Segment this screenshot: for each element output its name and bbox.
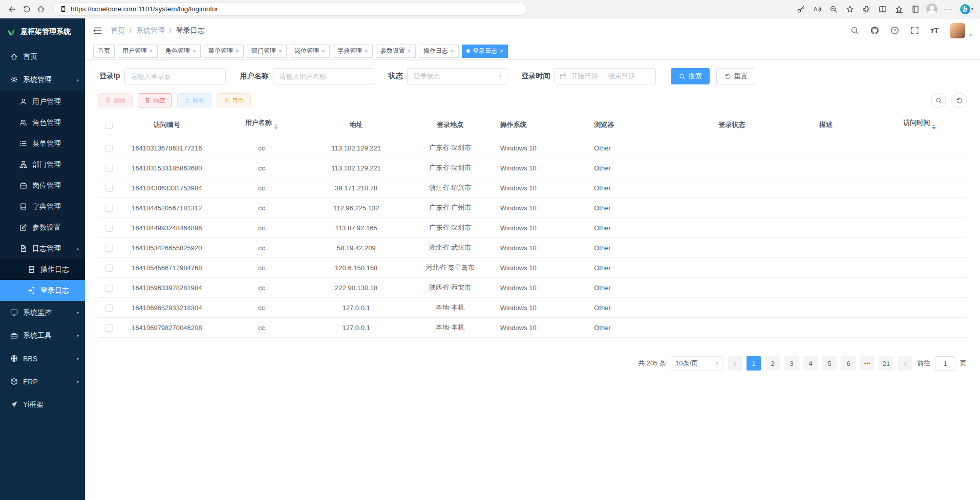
site-info-icon[interactable]	[60, 6, 67, 12]
tab-login-log[interactable]: 登录日志×	[462, 45, 508, 58]
read-aloud-icon[interactable]: A	[810, 2, 824, 16]
next-page-button[interactable]: ›	[898, 356, 912, 371]
sidebar-item-tools[interactable]: 系统工具 ▾	[0, 324, 85, 347]
status-select[interactable]: 登录状态 ▾	[407, 68, 507, 84]
close-icon[interactable]: ×	[365, 48, 368, 54]
table-row[interactable]: 1641053426655825920cc58.19.42.209湖北省-武汉市…	[98, 238, 967, 258]
sort-icon[interactable]	[274, 122, 278, 132]
row-checkbox[interactable]	[105, 165, 113, 172]
sidebar-item-param-settings[interactable]: 参数设置	[0, 217, 85, 238]
close-icon[interactable]: ×	[408, 48, 411, 54]
row-checkbox[interactable]	[105, 305, 113, 312]
table-row[interactable]: 1641069798270046208cc127.0.0.1本地-本机 Wind…	[98, 318, 967, 338]
close-icon[interactable]: ×	[500, 48, 503, 54]
sidebar-item-dict-mgmt[interactable]: 字典管理	[0, 196, 85, 217]
row-checkbox[interactable]	[105, 205, 113, 212]
sidebar-item-monitor[interactable]: 系统监控 ▾	[0, 301, 85, 324]
sidebar-item-oper-log[interactable]: 操作日志	[0, 259, 85, 280]
sidebar-item-system[interactable]: 系统管理 ▴	[0, 68, 85, 91]
table-row[interactable]: 1641044520567181312cc112.96.225.132广东省-广…	[98, 198, 967, 218]
more-pages-button[interactable]: •••	[860, 356, 875, 371]
sidebar-item-post-mgmt[interactable]: 岗位管理	[0, 175, 85, 196]
browser-refresh-icon[interactable]	[19, 2, 34, 16]
row-checkbox[interactable]	[105, 245, 113, 252]
sidebar-fold-icon[interactable]	[93, 26, 102, 35]
collections-icon[interactable]	[908, 2, 923, 16]
col-user-name[interactable]: 用户名称	[214, 112, 309, 138]
sidebar-item-menu-mgmt[interactable]: 菜单管理	[0, 133, 85, 154]
password-key-icon[interactable]	[794, 2, 808, 16]
start-date[interactable]: 开始日期	[571, 72, 598, 81]
close-icon[interactable]: ×	[451, 48, 454, 54]
row-checkbox[interactable]	[105, 285, 113, 292]
delete-button[interactable]: 删除	[98, 93, 133, 107]
tab-menu-mgmt[interactable]: 菜单管理×	[204, 45, 244, 58]
breadcrumb-home[interactable]: 首页	[111, 26, 125, 35]
select-all-checkbox[interactable]	[105, 122, 113, 129]
login-ip-input[interactable]	[124, 68, 226, 84]
fullscreen-icon[interactable]	[910, 26, 919, 35]
user-name-input[interactable]	[273, 68, 374, 84]
row-checkbox[interactable]	[105, 225, 113, 232]
table-row[interactable]: 1641044993248464896cc113.87.92.165广东省-深圳…	[98, 218, 967, 238]
favorites-add-icon[interactable]	[843, 2, 857, 16]
page-button-2[interactable]: 2	[765, 356, 780, 371]
row-checkbox[interactable]	[105, 265, 113, 272]
unlock-button[interactable]: 解锁	[177, 93, 211, 107]
close-icon[interactable]: ×	[150, 48, 153, 54]
page-button-3[interactable]: 3	[784, 356, 799, 371]
row-checkbox[interactable]	[105, 324, 113, 332]
sort-icon[interactable]	[932, 122, 936, 132]
page-size-select[interactable]: 10条/页 ▾	[671, 356, 723, 371]
date-range-picker[interactable]: 开始日期 - 结束日期	[555, 68, 656, 84]
github-icon[interactable]	[870, 26, 879, 35]
sidebar-item-role-mgmt[interactable]: 角色管理	[0, 112, 85, 133]
export-button[interactable]: 导出	[217, 93, 251, 107]
tab-home[interactable]: 首页	[93, 45, 115, 58]
browser-profile-avatar[interactable]	[925, 2, 939, 16]
page-button-21[interactable]: 21	[879, 356, 893, 371]
bing-copilot-icon[interactable]: b▾	[957, 2, 975, 16]
sidebar-item-home[interactable]: 首页	[0, 45, 85, 68]
sidebar-item-bbs[interactable]: BBS ▾	[0, 347, 85, 370]
refresh-table-icon[interactable]	[951, 93, 967, 108]
page-button-4[interactable]: 4	[803, 356, 818, 371]
table-row[interactable]: 1641043063331753984cc39.171.210.78浙江省-绍兴…	[98, 178, 967, 198]
table-row[interactable]: 1641059633978281984cc222.90.130.18陕西省-西安…	[98, 278, 967, 298]
search-button[interactable]: 搜索	[671, 68, 710, 84]
sidebar-item-user-mgmt[interactable]: 用户管理	[0, 91, 85, 112]
table-row[interactable]: 1641031533185863680cc113.102.129.221广东省-…	[98, 158, 967, 178]
font-size-icon[interactable]: тT	[930, 26, 939, 35]
user-avatar[interactable]	[950, 23, 965, 38]
toggle-search-icon[interactable]	[931, 93, 946, 108]
help-icon[interactable]: ?	[890, 26, 899, 35]
tab-user-mgmt[interactable]: 用户管理×	[118, 45, 158, 58]
reset-button[interactable]: 重置	[716, 68, 755, 84]
table-row[interactable]: 1641054566717984768cc120.6.150.158河北省-秦皇…	[98, 258, 967, 278]
sidebar-item-yi-framework[interactable]: Yi框架	[0, 393, 85, 416]
goto-page-input[interactable]	[935, 356, 955, 371]
tab-post-mgmt[interactable]: 岗位管理×	[290, 45, 330, 58]
avatar-caret-icon[interactable]: ▾	[969, 32, 972, 37]
row-checkbox[interactable]	[105, 185, 113, 192]
tab-oper-log[interactable]: 操作日志×	[419, 45, 459, 58]
row-checkbox[interactable]	[105, 145, 113, 152]
breadcrumb-system[interactable]: 系统管理	[136, 26, 165, 35]
close-icon[interactable]: ×	[236, 48, 239, 54]
tab-param-settings[interactable]: 参数设置×	[376, 45, 416, 58]
sidebar-item-login-log[interactable]: 登录日志	[0, 280, 85, 301]
browser-menu-ellipsis-icon[interactable]: ···	[941, 2, 955, 16]
col-time[interactable]: 访问时间	[873, 112, 967, 138]
sidebar-item-erp[interactable]: ERP ▾	[0, 370, 85, 393]
table-row[interactable]: 1641031367863177216cc113.102.129.221广东省-…	[98, 138, 967, 158]
search-icon[interactable]	[850, 26, 859, 35]
browser-back-icon[interactable]	[5, 2, 19, 16]
close-icon[interactable]: ×	[193, 48, 196, 54]
close-icon[interactable]: ×	[279, 48, 282, 54]
end-date[interactable]: 结束日期	[608, 72, 635, 81]
prev-page-button[interactable]: ‹	[728, 356, 742, 371]
browser-home-icon[interactable]	[34, 2, 48, 16]
page-button-5[interactable]: 5	[822, 356, 837, 371]
page-button-6[interactable]: 6	[841, 356, 856, 371]
url-text[interactable]: https://ccnetcore.com:1101/system/log/lo…	[71, 5, 218, 13]
